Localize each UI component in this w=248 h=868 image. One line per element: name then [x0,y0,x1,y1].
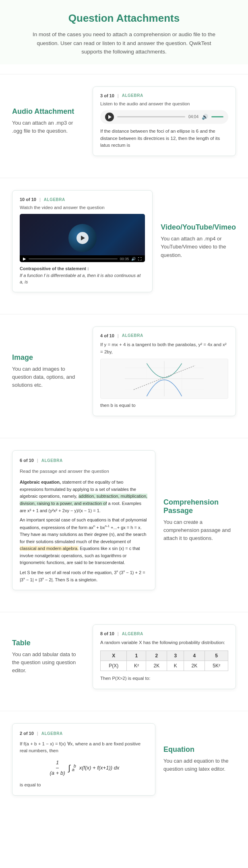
equation-text-after: is equal to [20,782,148,789]
table-badge-num: 8 of 10 [100,631,114,636]
equation-card: 2 of 10 | ALGEBRA If f(a + b + 1 − x) = … [12,723,155,796]
image-label: Image You can add images to question dat… [12,353,85,389]
table-badge-cat: ALGEBRA [122,632,143,636]
image-badge: 4 of 10 | ALGEBRA [100,333,228,338]
table-cell-px-label: P(X) [101,661,127,671]
eq-upper-limit: b [74,763,76,768]
equation-title: Equation [163,745,236,754]
equation-badge-cat: ALGEBRA [41,731,63,737]
equation-badge-sep: | [37,730,38,737]
audio-section: Audio Attachment You can attach an .mp3 … [0,74,248,168]
volume-icon[interactable]: 🔊 [202,114,208,120]
video-section: Video/YouTube/Vimeo You can attach an .m… [0,178,248,304]
video-desc: You can attach an .mp4 or YouTube/Vimeo … [161,235,236,259]
table-data-row: P(X) K² 2K K 2K 5K² [101,661,228,671]
probability-table: X 1 2 3 4 5 P(X) K² 2K K 2K 5K² [100,650,228,671]
table-header-row: X 1 2 3 4 5 [101,651,228,661]
video-play-button[interactable] [76,232,89,244]
volume-bar[interactable] [211,116,223,117]
table-text-after: Then P(X>2) is equal to: [100,675,228,682]
audio-time: 04:04 [188,115,198,119]
audio-instruction: Listen to the audio and answer the quest… [100,101,228,106]
table-badge-sep: | [118,631,119,636]
image-badge-sep: | [118,333,119,338]
comp-badge-sep: | [37,457,38,464]
comp-badge-cat: ALGEBRA [41,458,63,464]
page-title: Question Attachments [16,12,232,25]
video-caption-italic: If a function f is differentiable at a, … [20,273,141,285]
comp-bold-intro: Algebraic equation, [20,480,61,484]
comp-text-body1: statement of the equality of two express… [20,480,147,513]
equation-desc: You can add equation to the question usi… [163,757,236,773]
comp-badge: 6 of 10 | ALGEBRA [20,457,148,464]
equation-text-before: If f(a + b + 1 − x) = f(x) ∀x, where a a… [20,741,148,755]
audio-track[interactable] [117,116,185,117]
vc-volume-icon[interactable]: 🔊 [131,257,136,261]
comp-text-intro: Algebraic equation, statement of the equ… [20,479,148,514]
image-desc: You can add images to question data, opt… [12,365,85,389]
video-caption-bold: Contrapositive of the statement : [20,266,89,271]
table-cell-1: K² [127,661,146,671]
image-text-before: If y = mx + 4 is a tangent to both the p… [100,341,228,356]
table-card: 8 of 10 | ALGEBRA A random variable X ha… [93,624,236,689]
comp-text-end: Let S be the set of all real roots of th… [20,569,148,584]
video-badge-cat: ALGEBRA [44,197,65,202]
image-badge-cat: ALGEBRA [122,333,143,338]
vc-fullscreen-icon[interactable]: ⛶ [138,257,142,261]
audio-player[interactable]: 04:04 🔊 [100,110,228,124]
comp-section: Comprehension Passage You can create a c… [0,438,248,602]
equation-badge-num: 2 of 10 [20,730,34,737]
table-header-4: 4 [184,651,205,661]
audio-desc: You can attach an .mp3 or .ogg file to t… [12,119,85,135]
audio-badge-num: 3 of 10 [100,93,114,98]
video-thumbnail[interactable]: ▶ 00:35 🔊 ⛶ [20,214,145,262]
table-section: Table You can add tabular data to the qu… [0,612,248,701]
video-badge: 10 of 10 | ALGEBRA [20,197,145,202]
audio-badge-cat: ALGEBRA [122,93,143,98]
comp-instruction: Read the passage and answer the question [20,468,148,475]
eq-numerator: 1 [56,759,59,768]
eq-fraction: 1 (a + b) [50,759,65,778]
video-badge-sep: | [39,197,41,202]
audio-badge-sep: | [118,93,119,98]
video-controls-bar: ▶ 00:35 🔊 ⛶ [20,255,145,262]
play-button[interactable] [105,113,114,121]
image-parabola [100,359,228,399]
image-card: 4 of 10 | ALGEBRA If y = mx + 4 is a tan… [93,326,236,416]
table-text-before: A random variable X has the following pr… [100,639,228,646]
audio-badge: 3 of 10 | ALGEBRA [100,93,228,98]
image-text-after: then b is equal to [100,402,228,409]
vc-progress-bar[interactable] [29,259,118,259]
comp-title: Comprehension Passage [163,498,236,515]
table-header-x: X [101,651,127,661]
table-label: Table You can add tabular data to the qu… [12,639,85,675]
table-header-3: 3 [167,651,184,661]
video-card: 10 of 10 | ALGEBRA Watch the video and a… [12,190,153,292]
comp-desc: You can create a comprehension passage a… [163,518,236,542]
vc-time: 00:35 [120,257,129,261]
audio-label: Audio Attachment You can attach an .mp3 … [12,107,85,135]
comp-badge-num: 6 of 10 [20,457,34,464]
image-section: Image You can add images to question dat… [0,314,248,428]
comp-label: Comprehension Passage You can create a c… [163,498,236,542]
page-subtitle: In most of the cases you need to attach … [31,30,217,56]
table-header-2: 2 [146,651,167,661]
table-cell-4: 2K [184,661,205,671]
table-title: Table [12,639,85,647]
table-cell-5: 5K² [205,661,228,671]
comp-text-body: An important special case of such equati… [20,517,148,566]
comp-card: 6 of 10 | ALGEBRA Read the passage and a… [12,450,155,590]
equation-label: Equation You can add equation to the que… [163,745,236,773]
table-cell-3: K [167,661,184,671]
video-instruction: Watch the video and answer the question [20,205,145,210]
vc-play-icon[interactable]: ▶ [23,257,26,261]
table-badge: 8 of 10 | ALGEBRA [100,631,228,636]
audio-title: Audio Attachment [12,107,85,116]
image-badge-num: 4 of 10 [100,333,114,338]
video-caption: Contrapositive of the statement : If a f… [20,265,145,285]
table-header-5: 5 [205,651,228,661]
image-title: Image [12,353,85,362]
eq-integrand: x(f(x) + f(x+1)) dx [79,765,120,771]
eq-integral: ∫ [68,764,70,773]
equation-formula: 1 (a + b) ∫ a b x(f(x) + f(x+1)) dx [20,759,148,778]
